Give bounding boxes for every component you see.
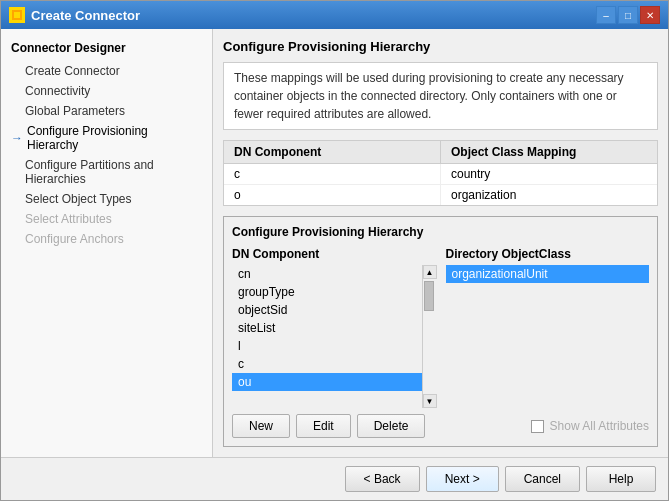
scroll-up-button[interactable]: ▲ — [423, 265, 437, 279]
sidebar-item-select-object-types[interactable]: Select Object Types — [1, 189, 212, 209]
main-panel: Configure Provisioning Hierarchy These m… — [213, 29, 668, 457]
action-buttons: New Edit Delete Show All Attributes — [232, 414, 649, 438]
sidebar-item-global-parameters[interactable]: Global Parameters — [1, 101, 212, 121]
list-item[interactable]: l — [232, 337, 422, 355]
dn-column: DN Component cn groupType objectSid site… — [232, 247, 436, 408]
table-row[interactable]: o organization — [224, 185, 657, 205]
dn-scrollbar: ▲ ▼ — [422, 265, 436, 408]
dir-list-wrapper: organizationalUnit — [446, 265, 650, 408]
sidebar-item-configure-provisioning-hierarchy[interactable]: Configure Provisioning Hierarchy — [1, 121, 212, 155]
title-bar-controls: – □ ✕ — [596, 6, 660, 24]
sidebar-item-configure-anchors: Configure Anchors — [1, 229, 212, 249]
back-button[interactable]: < Back — [345, 466, 420, 492]
dir-column-label: Directory ObjectClass — [446, 247, 650, 261]
title-bar: Create Connector – □ ✕ — [1, 1, 668, 29]
sidebar: Connector Designer Create Connector Conn… — [1, 29, 213, 457]
show-all-label: Show All Attributes — [550, 419, 649, 433]
sidebar-item-connectivity[interactable]: Connectivity — [1, 81, 212, 101]
scroll-thumb[interactable] — [424, 281, 434, 311]
title-bar-left: Create Connector — [9, 7, 140, 23]
help-button[interactable]: Help — [586, 466, 656, 492]
list-item-organizational-unit[interactable]: organizationalUnit — [446, 265, 650, 283]
mapping-table: DN Component Object Class Mapping c coun… — [223, 140, 658, 206]
show-all-checkbox[interactable] — [531, 420, 544, 433]
dir-list-content: organizationalUnit — [446, 265, 650, 408]
edit-button[interactable]: Edit — [296, 414, 351, 438]
dn-list-content: cn groupType objectSid siteList l c ou — [232, 265, 422, 408]
configure-section: Configure Provisioning Hierarchy DN Comp… — [223, 216, 658, 447]
scroll-down-button[interactable]: ▼ — [423, 394, 437, 408]
cancel-button[interactable]: Cancel — [505, 466, 580, 492]
window-title: Create Connector — [31, 8, 140, 23]
configure-section-title: Configure Provisioning Hierarchy — [232, 225, 649, 239]
configure-columns: DN Component cn groupType objectSid site… — [232, 247, 649, 408]
new-button[interactable]: New — [232, 414, 290, 438]
dir-column: Directory ObjectClass organizationalUnit — [446, 247, 650, 408]
panel-title: Configure Provisioning Hierarchy — [223, 39, 658, 54]
table-cell-mapping-1: organization — [441, 185, 657, 205]
dn-list-wrapper: cn groupType objectSid siteList l c ou ▲ — [232, 265, 436, 408]
app-icon — [9, 7, 25, 23]
content-area: Connector Designer Create Connector Conn… — [1, 29, 668, 457]
table-cell-mapping-0: country — [441, 164, 657, 184]
info-box: These mappings will be used during provi… — [223, 62, 658, 130]
col-object-class: Object Class Mapping — [441, 141, 657, 163]
table-cell-dn-1: o — [224, 185, 441, 205]
minimize-button[interactable]: – — [596, 6, 616, 24]
table-row[interactable]: c country — [224, 164, 657, 185]
maximize-button[interactable]: □ — [618, 6, 638, 24]
sidebar-item-configure-partitions[interactable]: Configure Partitions and Hierarchies — [1, 155, 212, 189]
table-header: DN Component Object Class Mapping — [224, 141, 657, 164]
table-cell-dn-0: c — [224, 164, 441, 184]
show-all-row: Show All Attributes — [531, 419, 649, 433]
main-window: Create Connector – □ ✕ Connector Designe… — [0, 0, 669, 501]
list-item[interactable]: c — [232, 355, 422, 373]
sidebar-item-select-attributes: Select Attributes — [1, 209, 212, 229]
col-dn-component: DN Component — [224, 141, 441, 163]
list-item[interactable]: objectSid — [232, 301, 422, 319]
list-item-selected[interactable]: ou — [232, 373, 422, 391]
next-button[interactable]: Next > — [426, 466, 499, 492]
delete-button[interactable]: Delete — [357, 414, 426, 438]
scroll-track — [423, 279, 436, 394]
sidebar-header: Connector Designer — [1, 37, 212, 61]
close-button[interactable]: ✕ — [640, 6, 660, 24]
list-item[interactable]: groupType — [232, 283, 422, 301]
svg-rect-2 — [14, 12, 20, 18]
list-item[interactable]: siteList — [232, 319, 422, 337]
dn-column-label: DN Component — [232, 247, 436, 261]
list-item[interactable]: cn — [232, 265, 422, 283]
sidebar-item-create-connector[interactable]: Create Connector — [1, 61, 212, 81]
footer: < Back Next > Cancel Help — [1, 457, 668, 500]
